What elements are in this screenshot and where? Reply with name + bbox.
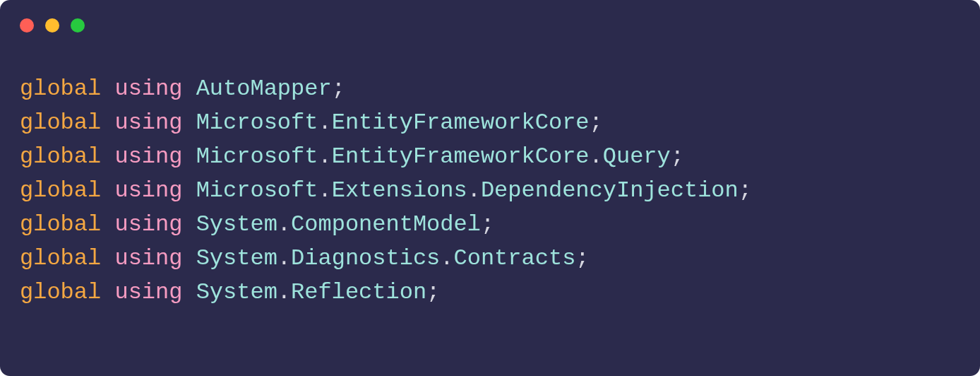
namespace-segment: ComponentModel xyxy=(291,211,481,237)
code-line: global using System.Reflection; xyxy=(20,276,960,310)
semicolon-punct: ; xyxy=(671,143,684,170)
namespace-segment: Diagnostics xyxy=(291,245,440,271)
dot-punct: . xyxy=(277,211,291,237)
namespace-segment: Contracts xyxy=(454,245,576,271)
titlebar xyxy=(0,0,980,51)
namespace-segment: Microsoft xyxy=(196,177,318,204)
semicolon-punct: ; xyxy=(739,177,752,204)
keyword-using: using xyxy=(114,211,182,237)
code-line: global using Microsoft.Extensions.Depend… xyxy=(20,174,960,208)
namespace-segment: Reflection xyxy=(291,279,426,305)
keyword-using: using xyxy=(114,76,182,102)
dot-punct: . xyxy=(318,110,331,136)
namespace-segment: Microsoft xyxy=(196,110,318,136)
close-icon[interactable] xyxy=(20,18,34,33)
code-line: global using Microsoft.EntityFrameworkCo… xyxy=(20,106,960,140)
code-line: global using System.Diagnostics.Contract… xyxy=(20,242,960,276)
dot-punct: . xyxy=(318,143,331,170)
code-line: global using Microsoft.EntityFrameworkCo… xyxy=(20,140,960,174)
code-line: global using System.ComponentModel; xyxy=(20,208,960,242)
code-block: global using AutoMapper;global using Mic… xyxy=(0,51,980,310)
keyword-using: using xyxy=(114,245,182,271)
dot-punct: . xyxy=(590,143,603,170)
maximize-icon[interactable] xyxy=(71,18,85,33)
keyword-global: global xyxy=(20,76,101,102)
namespace-segment: EntityFrameworkCore xyxy=(332,143,590,170)
namespace-segment: System xyxy=(196,279,277,305)
keyword-global: global xyxy=(20,143,101,170)
namespace-segment: Query xyxy=(603,143,671,170)
dot-punct: . xyxy=(440,245,453,271)
namespace-segment: EntityFrameworkCore xyxy=(332,110,590,136)
keyword-global: global xyxy=(20,110,101,136)
keyword-global: global xyxy=(20,211,101,237)
namespace-segment: AutoMapper xyxy=(196,76,332,102)
semicolon-punct: ; xyxy=(426,279,440,305)
namespace-segment: Microsoft xyxy=(196,143,318,170)
minimize-icon[interactable] xyxy=(45,18,59,33)
dot-punct: . xyxy=(277,245,291,271)
namespace-segment: DependencyInjection xyxy=(481,177,739,204)
keyword-using: using xyxy=(114,177,182,204)
code-line: global using AutoMapper; xyxy=(20,72,960,106)
dot-punct: . xyxy=(277,279,291,305)
semicolon-punct: ; xyxy=(332,76,345,102)
keyword-global: global xyxy=(20,177,101,204)
keyword-global: global xyxy=(20,245,101,271)
keyword-using: using xyxy=(114,110,182,136)
keyword-using: using xyxy=(114,143,182,170)
namespace-segment: System xyxy=(196,245,277,271)
namespace-segment: Extensions xyxy=(332,177,467,204)
keyword-using: using xyxy=(114,279,182,305)
semicolon-punct: ; xyxy=(481,211,494,237)
dot-punct: . xyxy=(318,177,331,204)
code-window: global using AutoMapper;global using Mic… xyxy=(0,0,980,376)
semicolon-punct: ; xyxy=(575,245,589,271)
dot-punct: . xyxy=(467,177,481,204)
semicolon-punct: ; xyxy=(590,110,603,136)
namespace-segment: System xyxy=(196,211,277,237)
keyword-global: global xyxy=(20,279,101,305)
